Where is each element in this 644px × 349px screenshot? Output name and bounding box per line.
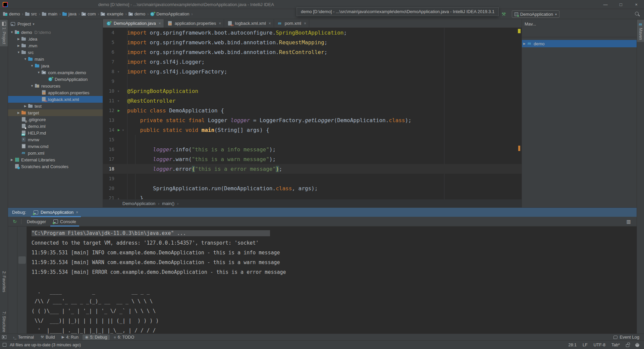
tree-row[interactable]: mvnw.cmd <box>8 143 103 150</box>
file-encoding[interactable]: UTF-8 <box>594 343 605 347</box>
tree-expand-arrow[interactable]: ▼ <box>36 71 41 74</box>
code-line[interactable]: 20 SpringApplication.run(DemoApplication… <box>103 184 522 193</box>
tree-row[interactable]: ▼ src <box>8 49 103 56</box>
code-line[interactable]: 21 ▵ } <box>103 193 522 199</box>
close-icon[interactable]: × <box>269 21 271 26</box>
tree-expand-arrow[interactable]: ▶ <box>23 104 28 108</box>
tree-row[interactable]: ▼ main <box>8 56 103 62</box>
build-hammer-icon[interactable]: ⚒ <box>500 10 508 18</box>
menu-item[interactable] <box>84 0 90 9</box>
tree-row[interactable]: ▼ java <box>8 62 103 69</box>
tool-window-button[interactable]: ›_ Terminal <box>10 335 37 340</box>
editor-tab[interactable]: logback.xml.xml × <box>224 19 274 28</box>
line-number[interactable]: 21 <box>103 193 116 199</box>
tree-row[interactable]: DemoApplication <box>8 76 103 83</box>
tree-row[interactable]: application.properties <box>8 89 103 96</box>
menu-item[interactable] <box>17 0 23 9</box>
run-configuration-select[interactable]: DemoApplication ▾ <box>512 10 559 18</box>
menu-item[interactable] <box>71 0 77 9</box>
tree-row[interactable]: ▼ resources <box>8 83 103 89</box>
line-number[interactable]: 16 <box>103 145 116 154</box>
tool-window-button[interactable]: ▶ 4: Run <box>59 335 81 340</box>
tree-row[interactable]: ▶ External Libraries <box>8 156 103 163</box>
close-icon[interactable]: × <box>304 21 306 26</box>
line-number[interactable]: 11 <box>103 96 116 106</box>
line-ending[interactable]: LF <box>583 343 588 347</box>
tree-row[interactable]: ▶ .idea <box>8 36 103 42</box>
line-number[interactable]: 12 <box>103 106 116 115</box>
tree-expand-arrow[interactable]: ▼ <box>9 31 14 34</box>
menu-item[interactable] <box>47 0 53 9</box>
tree-row[interactable]: logback.xml.xml <box>8 96 103 103</box>
editor-breadcrumb-item[interactable]: main() › <box>162 201 181 206</box>
code-editor[interactable]: 4 import org.springframework.boot.autoco… <box>103 28 522 199</box>
code-line[interactable]: 13 private static final Logger logger = … <box>103 115 522 125</box>
line-number[interactable]: 7 <box>103 57 116 67</box>
project-panel-title[interactable]: Project <box>17 21 31 27</box>
code-line[interactable]: 10 ▿ @SpringBootApplication <box>103 86 522 96</box>
code-line[interactable]: 4 import org.springframework.boot.autoco… <box>103 28 522 38</box>
fold-gutter-icon[interactable]: ▿ <box>116 86 120 96</box>
debug-session-tab[interactable]: DemoApplication × <box>31 208 81 217</box>
layout-settings-icon[interactable]: ▥ <box>625 218 633 225</box>
close-icon[interactable]: × <box>159 21 161 26</box>
debug-view-tab[interactable]: Debugger <box>24 217 49 227</box>
code-line[interactable]: 18 logger.error("this is a error message… <box>103 164 522 174</box>
run-gutter-icon[interactable]: ▶ <box>116 106 121 115</box>
debug-view-tab[interactable]: Console <box>50 217 79 227</box>
close-icon[interactable]: × <box>219 21 221 26</box>
tree-row[interactable]: Scratches and Consoles <box>8 163 103 170</box>
tree-row[interactable]: demo.iml <box>8 123 103 130</box>
search-everywhere-icon[interactable] <box>634 10 641 18</box>
close-button[interactable]: × <box>629 0 644 9</box>
tree-row[interactable]: HELP.md <box>8 130 103 136</box>
fold-gutter-icon[interactable]: ▿ <box>121 125 125 135</box>
tree-row[interactable]: ▶ target <box>8 109 103 116</box>
hector-inspector-icon[interactable] <box>635 343 639 347</box>
editor-breadcrumb-item[interactable]: DemoApplication › <box>122 201 162 206</box>
code-line[interactable]: 9 <box>103 77 522 86</box>
code-line[interactable]: 19 <box>103 174 522 184</box>
tree-expand-arrow[interactable]: ▶ <box>522 42 527 45</box>
editor-tab[interactable]: pom.xml × <box>274 19 309 28</box>
tool-window-button[interactable]: ≡ 6: TODO <box>111 335 137 340</box>
scrollbar-error-mark[interactable] <box>518 146 520 151</box>
menu-item[interactable] <box>29 0 35 9</box>
console-output[interactable]: "C:\Program Files\Java\jdk-11.0.3\bin\ja… <box>27 227 637 334</box>
code-line[interactable]: 16 logger.info("this is a info message")… <box>103 145 522 154</box>
inspection-status-marker[interactable] <box>518 29 521 33</box>
menu-item[interactable] <box>35 0 41 9</box>
code-line[interactable]: 8 ▿ import org.slf4j.LoggerFactory; <box>103 67 522 77</box>
tree-row[interactable]: mvnw <box>8 136 103 143</box>
menu-item[interactable] <box>53 0 59 9</box>
breadcrumb-item[interactable]: demo › <box>128 9 150 19</box>
breadcrumb-item[interactable]: src › <box>25 9 42 19</box>
line-number[interactable]: 14 <box>103 125 116 135</box>
tool-window-switcher-icon[interactable] <box>2 335 6 339</box>
indent-style[interactable]: Tab* <box>611 343 620 347</box>
code-line[interactable]: 14 ▶ ▿ public static void main(String[] … <box>103 125 522 135</box>
line-number[interactable]: 9 <box>103 77 116 86</box>
line-number[interactable]: 18 <box>103 164 116 174</box>
menu-item[interactable] <box>23 0 29 9</box>
breadcrumb-item[interactable]: java › <box>62 9 81 19</box>
tree-row[interactable]: ▶ test <box>8 103 103 109</box>
tool-window-button[interactable]: ◉ 5: Debug <box>83 335 110 340</box>
tree-row[interactable]: pom.xml <box>8 150 103 156</box>
tool-window-button[interactable]: ⚒ Build <box>38 335 58 340</box>
favorites-stripe-button[interactable]: 2: Favorites <box>0 269 8 294</box>
code-line[interactable]: 15 <box>103 135 522 145</box>
code-line[interactable]: 17 logger.warn("this is a warn message")… <box>103 154 522 164</box>
breadcrumb-item[interactable]: example › <box>100 9 128 19</box>
maven-stripe-button[interactable]: m Maven <box>637 20 644 42</box>
tree-expand-arrow[interactable]: ▶ <box>16 44 21 47</box>
breadcrumb-item[interactable]: demo › <box>3 9 25 19</box>
structure-stripe-button[interactable]: 7: Structure <box>0 309 8 334</box>
line-number[interactable]: 15 <box>103 135 116 145</box>
line-number[interactable]: 20 <box>103 184 116 193</box>
project-stripe-button[interactable]: 1: Project <box>0 20 8 46</box>
fold-gutter-icon[interactable]: ▵ <box>116 193 120 199</box>
line-number[interactable]: 5 <box>103 38 116 47</box>
breadcrumb-item[interactable]: com › <box>81 9 101 19</box>
tree-expand-arrow[interactable]: ▶ <box>16 37 21 41</box>
